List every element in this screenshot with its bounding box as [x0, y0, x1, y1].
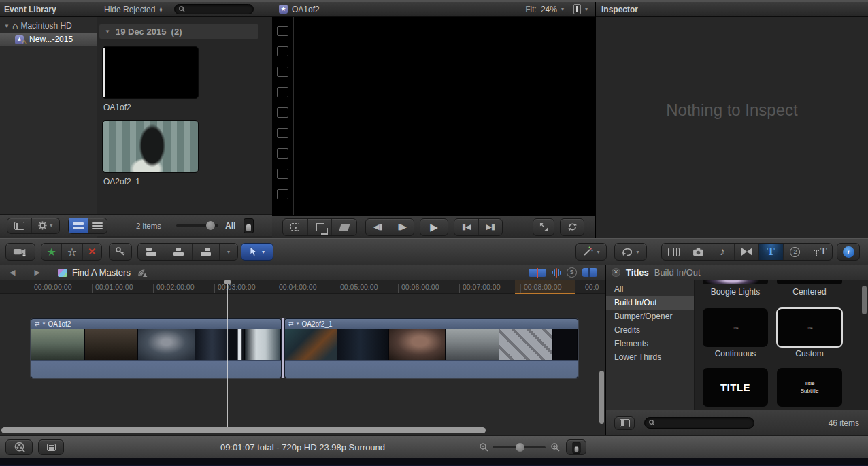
browser-action-popup[interactable]: ▾ [32, 218, 60, 233]
append-edit-button[interactable] [193, 244, 220, 260]
timeline-horizontal-scrollbar[interactable] [1, 427, 486, 433]
history-forward-button[interactable]: ▶ [34, 268, 39, 277]
thumbnail-duration-slider[interactable] [176, 224, 218, 227]
viewer-canvas[interactable] [272, 17, 595, 215]
tool-popup-icon[interactable]: ▾ [262, 249, 265, 255]
browser-clip-thumbnail-oa1of2[interactable] [102, 46, 199, 99]
filter-popup[interactable]: Hide Rejected [104, 5, 155, 14]
timeline-clip-oa2of2_1[interactable]: ⇄▼OA2of2_1 [284, 318, 578, 378]
title-thumbnail[interactable]: Title [703, 308, 768, 347]
play-button[interactable]: ▶ [420, 218, 448, 236]
connect-icon [146, 248, 156, 256]
timeline-ruler[interactable]: 00:00:00:0000:01:00:0000:02:00:0000:03:0… [0, 280, 605, 294]
select-tool-button[interactable]: ▾ [241, 243, 273, 261]
filter-stepper-icon[interactable]: ▲▼ [158, 7, 163, 12]
next-frame-button[interactable]: ▮▶ [390, 219, 414, 235]
titles-category-all[interactable]: All [606, 282, 694, 296]
timeline-vertical-scrollbar[interactable] [599, 371, 604, 424]
edit-point[interactable] [282, 318, 284, 378]
generators-browser-button[interactable]: 2 [784, 244, 808, 260]
titles-category-bumper-opener[interactable]: Bumper/Opener [606, 310, 694, 323]
favorite-button[interactable]: ★ [41, 244, 62, 260]
viewer-panel: ★ OA1of2 Fit: 24% ▾ ▾ ◀▮ ▮▶ ▶ ▮◀ ▶▮ [272, 2, 595, 238]
inspector-toggle-button[interactable]: i [837, 243, 860, 261]
timeline-zoom-slider[interactable] [493, 446, 546, 448]
titles-category-elements[interactable]: Elements [606, 337, 694, 350]
titles-header: ✕ Titles Build In/Out [606, 265, 868, 280]
browser-search-input[interactable] [174, 4, 254, 14]
enhancements-popup-button[interactable]: ▾ [575, 243, 607, 261]
previous-edit-button[interactable]: ▮◀ [454, 219, 479, 235]
list-view-button[interactable] [88, 218, 107, 233]
photos-browser-button[interactable] [686, 244, 711, 260]
loop-playback-button[interactable] [560, 218, 584, 236]
main-toolbar: ★ ☆ ✕ ▾ ▾ 58 % 00:00:00:00 HR MIN SEC [0, 238, 868, 265]
title-thumbnail[interactable]: TITLE [703, 368, 768, 407]
titles-scrollbar[interactable] [862, 286, 867, 314]
title-thumbnail[interactable]: Title [777, 308, 842, 347]
music-browser-button[interactable]: ♪ [710, 244, 735, 260]
enhancements-popup-icon[interactable]: ▾ [597, 249, 599, 255]
disclosure-triangle-icon[interactable]: ▼ [4, 23, 10, 29]
fullscreen-button[interactable] [533, 218, 554, 236]
skimming-toggle[interactable] [529, 269, 546, 277]
retime-popup-icon[interactable]: ▾ [636, 249, 639, 255]
themes-browser-button[interactable]: T [807, 244, 832, 260]
date-group-header[interactable]: ▼ 19 Dec 2015 (2) [99, 24, 258, 39]
browser-clip-thumbnail-oa2of2_1[interactable] [102, 120, 199, 173]
playhead-handle[interactable] [224, 280, 231, 284]
library-item-macintosh-hd[interactable]: ▼ ⌂ Macintosh HD [0, 19, 97, 33]
titles-browser-button[interactable]: T [759, 244, 784, 260]
zoom-in-icon[interactable] [551, 443, 560, 452]
audio-skimming-toggle[interactable] [552, 268, 561, 278]
next-edit-button[interactable]: ▶▮ [479, 219, 503, 235]
date-disclosure-icon[interactable]: ▼ [105, 29, 110, 35]
title-thumbnail[interactable]: TitleSubtitle [777, 368, 842, 407]
inspector-empty-message: Nothing to Inspect [596, 101, 868, 120]
zoom-out-icon[interactable] [480, 443, 488, 452]
transform-button[interactable] [283, 219, 308, 235]
waveform-toggle[interactable] [244, 218, 254, 233]
titles-grid: Boogie LightsCenteredTitleContinuousTitl… [695, 280, 868, 410]
distort-button[interactable] [332, 219, 356, 235]
hide-event-library-button[interactable] [7, 218, 32, 233]
keyword-editor-button[interactable] [109, 243, 132, 261]
date-count: (2) [171, 27, 182, 37]
filmstrip-frame [389, 329, 446, 360]
crop-button[interactable] [308, 219, 333, 235]
connect-edit-button[interactable] [138, 244, 165, 260]
playhead[interactable] [227, 280, 228, 427]
previous-frame-button[interactable]: ◀▮ [366, 219, 390, 235]
titles-category-lower-thirds[interactable]: Lower Thirds [606, 350, 694, 364]
zoom-popup-icon[interactable]: ▾ [561, 6, 564, 12]
titles-category-credits[interactable]: Credits [606, 323, 694, 337]
effects-browser-button[interactable] [662, 244, 686, 260]
clip-appearance-button[interactable] [566, 439, 586, 455]
titles-search-input[interactable] [644, 417, 754, 429]
insert-edit-button[interactable] [165, 244, 193, 260]
close-icon[interactable]: ✕ [612, 268, 620, 277]
title-thumbnail-cut[interactable] [703, 280, 768, 284]
snapping-toggle[interactable] [582, 268, 597, 277]
zoom-value[interactable]: 24% [541, 5, 557, 14]
library-item-event[interactable]: ★ ⚠ New...-2015 [0, 33, 97, 46]
history-back-button[interactable]: ◀ [10, 268, 15, 277]
hide-sidebar-button[interactable] [614, 416, 635, 430]
display-options-icon[interactable] [573, 4, 581, 14]
zoom-slider-knob[interactable] [516, 443, 524, 452]
filmstrip-view-button[interactable] [69, 218, 88, 233]
reject-button[interactable]: ✕ [83, 244, 101, 260]
display-popup-icon[interactable]: ▾ [585, 6, 588, 12]
browser-clip-label: OA2of2_1 [103, 177, 140, 186]
edit-options-popup[interactable]: ▾ [220, 244, 237, 260]
transitions-browser-button[interactable] [735, 244, 759, 260]
effects-filmstrip-icon [668, 248, 680, 256]
timeline-clip-oa1of2[interactable]: ⇄▼OA1of2 [31, 318, 282, 378]
solo-toggle[interactable]: S [567, 267, 577, 278]
title-thumbnail-cut[interactable] [777, 280, 842, 284]
retime-popup-button[interactable]: ▾ [614, 243, 647, 261]
unrate-button[interactable]: ☆ [62, 244, 82, 260]
titles-category-build-in-out[interactable]: Build In/Out [606, 296, 694, 310]
import-media-button[interactable] [5, 243, 35, 261]
slider-knob[interactable] [206, 221, 215, 230]
